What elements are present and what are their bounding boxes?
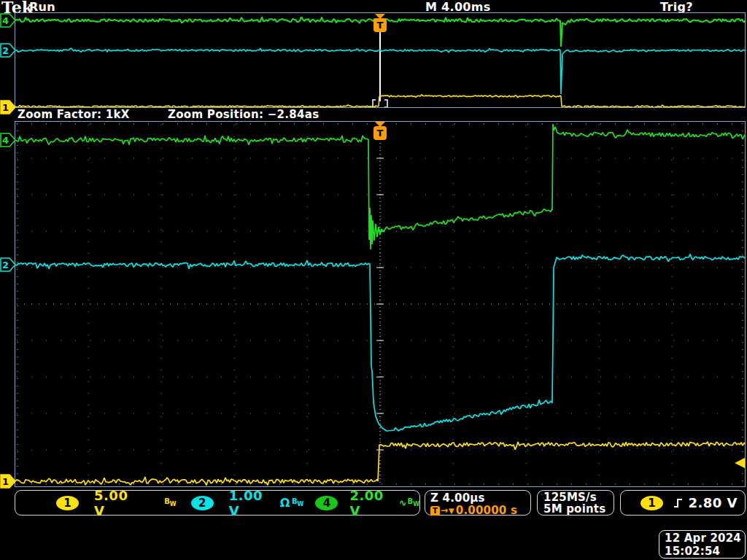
sample-rate-readout: 125MS/s [543,491,614,503]
ch2-overview-marker[interactable]: 2 [0,43,16,58]
trigger-level-arrow-icon[interactable] [735,458,745,468]
svg-text:2: 2 [2,260,9,271]
ch4-overview-marker[interactable]: 4 [0,13,16,28]
ch2-scale-readout: 1.00 V [229,488,273,518]
trigger-position-flag-main[interactable]: T [374,122,387,140]
channel-scale-readouts[interactable]: 1 5.00 V BW 2 1.00 V Ω BW 4 2.00 V ∿ BW [15,490,420,516]
zoom-timebase-readout: Z 4.00µs [430,492,530,504]
trigger-flag-label: T [374,18,387,32]
ch1-overview-marker[interactable]: 1 [0,100,16,115]
ch1-position-marker[interactable]: 1 [0,474,16,489]
rising-edge-icon [673,497,684,510]
trigger-readout-box[interactable]: 1 2.80 V [620,490,746,516]
svg-text:2: 2 [2,45,9,56]
zoom-factor-readout: Zoom Factor: 1kX [18,108,130,121]
zoom-timebase-readout-box[interactable]: Z 4.00µs T → ▼ 0.00000 s [425,490,531,516]
trigger-delay-row: T → ▼ 0.00000 s [430,505,530,516]
acquisition-readout-box[interactable]: 125MS/s 5M points [537,490,614,516]
arrow-icon: → [441,505,448,516]
ch1-badge[interactable]: 1 [56,496,79,510]
svg-text:4: 4 [2,15,9,26]
ch2-badge[interactable]: 2 [191,496,214,510]
date-readout: 12 Apr 2024 [665,532,745,545]
svg-text:1: 1 [2,476,9,487]
ch4-scale-readout: 2.00 V [349,488,393,518]
trigger-icon: T [430,506,440,516]
main-plot [15,122,745,486]
ch1-bandwidth-icon: BW [164,498,176,508]
ch4-coupling-icon: ∿ [399,497,407,508]
datetime-box: 12 Apr 2024 15:02:54 [659,530,746,559]
ch4-position-marker[interactable]: 4 [0,133,16,148]
svg-text:1: 1 [2,102,9,113]
main-waveform-window [15,121,746,487]
ch2-waveform [15,254,745,431]
svg-text:4: 4 [2,135,9,146]
trigger-level-readout: 2.80 V [688,495,738,510]
zoom-position-readout: Zoom Position: −2.84as [168,108,319,121]
graticule-grid [17,123,743,485]
ch2-position-marker[interactable]: 2 [0,257,16,273]
record-length-readout: 5M points [543,503,614,515]
ch1-scale-readout: 5.00 V [94,488,138,518]
ch4-bandwidth-icon: BW [408,498,419,508]
trigger-flag-label: T [374,126,387,140]
trigger-position-flag-overview[interactable]: T [374,14,387,32]
down-triangle-icon: ▼ [449,507,454,515]
ch2-impedance-icon: Ω [280,496,290,510]
time-readout: 15:02:54 [665,545,745,558]
ch4-badge[interactable]: 4 [315,496,338,510]
oscilloscope-screen: Tek Run M 4.00ms Trig? Zoom Factor: 1kX … [0,0,747,560]
trigger-source-badge[interactable]: 1 [640,496,663,510]
ch2-bandwidth-icon: BW [292,498,303,508]
trigger-delay-readout: 0.00000 s [456,505,517,516]
